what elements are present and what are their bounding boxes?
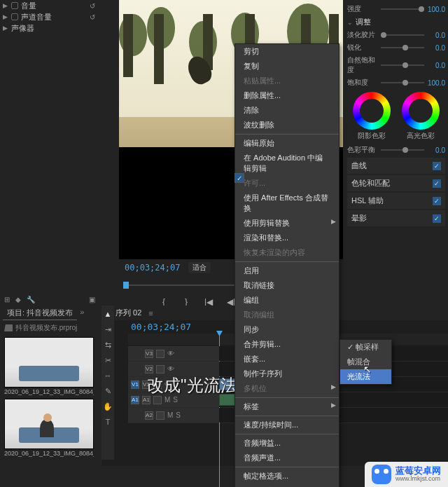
track-target[interactable]: V2 (145, 365, 153, 373)
fx-toggle-icon[interactable] (11, 2, 18, 9)
menu-item[interactable]: 标签▶ (235, 399, 339, 414)
lumetri-section[interactable]: 晕影✓ (347, 210, 445, 226)
menu-item[interactable]: 使用剪辑替换▶ (235, 216, 339, 231)
mute-icon[interactable]: M (164, 396, 170, 404)
menu-item: 恢复未渲染的内容 (235, 245, 339, 260)
snap-icon[interactable]: ⊞ (4, 296, 10, 303)
menu-item[interactable]: 编辑原始 (235, 136, 339, 151)
intensity-slider[interactable]: 强度 100.0 (347, 4, 445, 14)
track-lock-icon[interactable] (153, 396, 162, 404)
menu-item[interactable]: 同步 (235, 322, 339, 337)
fade-film-slider[interactable]: 淡化胶片 0.0 (347, 30, 445, 40)
zoom-dropdown[interactable]: 适合 (188, 262, 211, 273)
menu-item[interactable]: 速度/持续时间... (235, 418, 339, 432)
selection-tool[interactable]: ▲ (103, 310, 113, 320)
menu-item[interactable]: 在 Adobe Audition 中编辑剪辑 (235, 151, 339, 176)
sharpen-slider[interactable]: 锐化 0.0 (347, 43, 445, 53)
menu-item[interactable]: 编组 (235, 293, 339, 308)
fx-volume-row[interactable]: ▶ 音量 ↺ (0, 0, 98, 11)
lumetri-section[interactable]: 色轮和匹配✓ (347, 175, 445, 191)
vibrance-slider[interactable]: 自然饱和度 0.0 (347, 55, 445, 75)
monitor-timecode[interactable]: 00;03;24;07 (125, 263, 180, 273)
section-toggle[interactable]: ✓ (433, 179, 441, 188)
expand-arrow-icon[interactable]: ▶ (3, 2, 8, 9)
menu-item[interactable]: 剪切 (235, 44, 339, 59)
solo-icon[interactable]: S (173, 396, 178, 404)
reset-icon[interactable]: ↺ (90, 2, 95, 10)
tint-balance-slider[interactable]: 色彩平衡 0.0 (347, 145, 445, 155)
source-patch[interactable]: A1 (131, 396, 139, 404)
menu-item[interactable]: 波纹删除 (235, 118, 339, 132)
fx-panner-row[interactable]: ▶ 声像器 (0, 22, 98, 34)
lumetri-section[interactable]: 曲线✓ (347, 158, 445, 174)
clip-context-menu[interactable]: 剪切复制粘贴属性...删除属性...清除波纹删除编辑原始在 Adobe Audi… (234, 43, 340, 487)
section-toggle[interactable]: ✓ (433, 197, 441, 205)
new-item-icon[interactable]: ▣ (89, 296, 95, 303)
project-clip[interactable]: 2020_06_19_12_33_IMG_8084_x264 (4, 399, 94, 458)
playhead-icon[interactable] (123, 282, 129, 289)
expand-arrow-icon[interactable]: ▶ (3, 25, 8, 32)
menu-item[interactable]: 制作子序列 (235, 366, 339, 381)
panel-menu-icon[interactable]: ≡ (148, 309, 153, 317)
adjust-section[interactable]: ⌄ 调整 (347, 17, 445, 27)
menu-item[interactable]: 复制 (235, 59, 339, 74)
hand-tool[interactable]: ✋ (103, 402, 113, 412)
menu-item[interactable]: 音频声道... (235, 451, 339, 465)
sequence-tab[interactable]: 序列 02 (113, 307, 144, 319)
type-tool[interactable]: T (103, 418, 113, 427)
track-target[interactable]: A2 (145, 411, 153, 420)
track-target[interactable]: V3 (145, 350, 153, 358)
bin-icon (4, 324, 13, 331)
watermark-title: 蓝莓安卓网 (396, 466, 441, 476)
project-tab[interactable]: 项目: 抖音视频发布 (3, 306, 77, 320)
tab-overflow-icon[interactable]: » (77, 306, 87, 320)
effect-controls-panel: ▶ 音量 ↺ ▶ 声道音量 ↺ ▶ 声像器 (0, 0, 98, 70)
menu-item[interactable]: 音频增益... (235, 436, 339, 451)
menu-item[interactable]: 清除 (235, 103, 339, 118)
section-toggle[interactable]: ✓ (433, 162, 441, 170)
time-interpolation-submenu[interactable]: ✓ 帧采样 帧混合 光流法 (340, 339, 392, 385)
saturation-slider[interactable]: 饱和度 100.0 (347, 78, 445, 88)
wrench-icon[interactable]: 🔧 (27, 296, 35, 303)
chevron-down-icon[interactable]: ⌄ (347, 19, 353, 26)
solo-icon[interactable]: S (176, 411, 181, 419)
submenu-item[interactable]: ✓ 帧采样 (340, 340, 391, 355)
clip-name: 2020_06_19_12_33_IMG_8084_x264.mp4 (4, 387, 94, 396)
ripple-tool[interactable]: ⇆ (103, 341, 113, 350)
mute-icon[interactable]: M (167, 411, 173, 419)
menu-item[interactable]: 帧定格选项... (235, 469, 339, 483)
track-lock-icon[interactable] (156, 350, 164, 358)
project-file-row[interactable]: 抖音视频发布.prproj (0, 322, 99, 334)
eye-icon[interactable]: 👁 (167, 365, 174, 373)
section-toggle[interactable]: ✓ (433, 214, 441, 223)
menu-item[interactable]: 取消链接 (235, 278, 339, 293)
track-lock-icon[interactable] (156, 365, 164, 373)
source-patch[interactable]: V1 (131, 380, 139, 389)
highlight-tint-wheel[interactable] (402, 92, 440, 130)
project-tabs[interactable]: 项目: 抖音视频发布 » ≡ (0, 305, 99, 322)
menu-item[interactable]: 合并剪辑... (235, 337, 339, 352)
marker-icon[interactable]: ◆ (15, 296, 21, 303)
pen-tool[interactable]: ✎ (103, 387, 113, 397)
menu-item[interactable]: 嵌套... (235, 352, 339, 366)
fx-toggle-icon[interactable] (11, 13, 18, 20)
track-target[interactable]: A1 (142, 396, 150, 404)
razor-tool[interactable]: ✂ (103, 356, 113, 366)
menu-item[interactable]: 删除属性... (235, 88, 339, 103)
menu-item[interactable]: 渲染和替换... (235, 231, 339, 245)
menu-item[interactable]: 启用 (235, 263, 339, 278)
track-lock-icon[interactable] (156, 411, 164, 420)
track-select-tool[interactable]: ⇥ (103, 325, 113, 335)
slip-tool[interactable]: ↔ (103, 371, 113, 381)
eye-icon[interactable]: 👁 (167, 350, 174, 357)
reset-icon[interactable]: ↺ (90, 13, 95, 21)
fx-channel-volume-row[interactable]: ▶ 声道音量 ↺ (0, 11, 98, 22)
lumetri-section[interactable]: HSL 辅助✓ (347, 193, 445, 209)
cursor-icon: ↖ (363, 364, 372, 375)
shadow-tint-wheel[interactable] (353, 92, 391, 130)
menu-item[interactable]: 使用 After Effects 合成替换 (235, 191, 339, 216)
menu-item[interactable]: 添加帧定格 (235, 483, 339, 487)
project-clip[interactable]: 2020_06_19_12_33_IMG_8084_x264.mp4 (4, 337, 94, 396)
expand-arrow-icon[interactable]: ▶ (3, 13, 8, 20)
timeline-tools: ▲ ⇥ ⇆ ✂ ↔ ✎ ✋ T (102, 306, 114, 460)
